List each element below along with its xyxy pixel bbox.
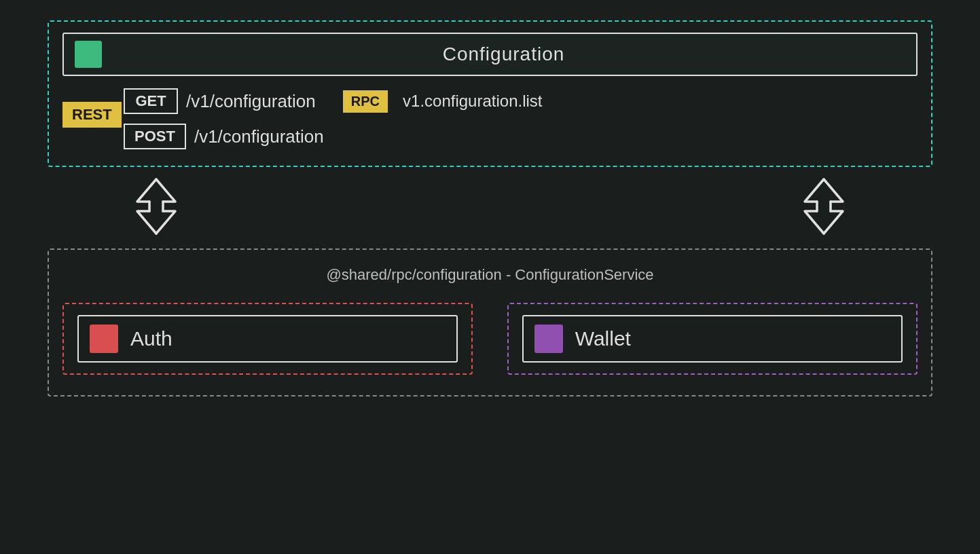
get-endpoint-row: GET /v1/configuration RPC v1.configurati… <box>124 88 542 114</box>
auth-color-indicator <box>90 325 118 353</box>
get-method-box: GET <box>124 88 178 114</box>
shared-service-section: @shared/rpc/configuration - Configuratio… <box>48 248 932 396</box>
sub-modules-row: Auth Wallet <box>62 303 918 375</box>
post-method-box: POST <box>124 124 186 149</box>
configuration-color-indicator <box>75 41 102 68</box>
configuration-title-bar: Configuration <box>62 33 918 76</box>
configuration-title: Configuration <box>102 43 905 65</box>
endpoints-area: REST GET /v1/configuration RPC v1.config… <box>62 88 918 149</box>
auth-module-outer: Auth <box>62 303 473 375</box>
shared-service-text: @shared/rpc/configuration - Configuratio… <box>62 266 918 284</box>
main-canvas: Configuration REST GET /v1/configuration… <box>0 0 980 554</box>
post-endpoint-row: POST /v1/configuration <box>124 124 542 149</box>
wallet-module-inner: Wallet <box>522 315 903 363</box>
wallet-color-indicator <box>534 325 563 353</box>
rest-badge: REST <box>62 102 122 128</box>
right-bidirectional-arrow-icon <box>797 176 851 240</box>
get-endpoint-path: /v1/configuration <box>186 91 316 112</box>
auth-title: Auth <box>130 327 173 350</box>
endpoints-list: GET /v1/configuration RPC v1.configurati… <box>124 88 542 149</box>
left-bidirectional-arrow-icon <box>129 176 183 240</box>
rpc-method-name: v1.configuration.list <box>403 92 542 111</box>
post-endpoint-path: /v1/configuration <box>194 126 324 147</box>
auth-module-inner: Auth <box>77 315 458 363</box>
arrows-section <box>48 174 932 242</box>
wallet-title: Wallet <box>575 327 631 350</box>
wallet-module-outer: Wallet <box>507 303 918 375</box>
rpc-badge: RPC <box>343 90 388 113</box>
configuration-section: Configuration REST GET /v1/configuration… <box>48 20 932 167</box>
